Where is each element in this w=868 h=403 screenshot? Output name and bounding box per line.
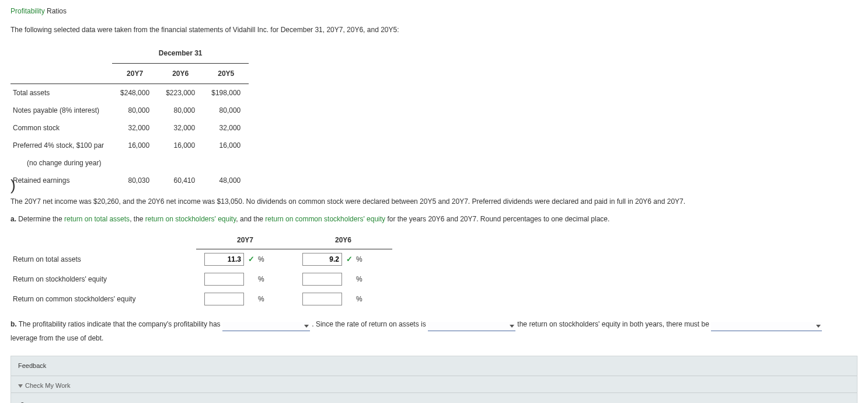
col-y7: 20Y7 <box>112 64 158 84</box>
question-b: b. The profitability ratios indicate tha… <box>11 317 857 345</box>
cell-value: 80,000 <box>112 102 158 119</box>
cell-value <box>158 154 203 172</box>
checkmark-icon: ✓ <box>346 253 353 265</box>
col-y5: 20Y5 <box>203 64 249 84</box>
feedback-header: Feedback <box>11 356 857 376</box>
cell-value: 48,000 <box>203 172 249 189</box>
cell-value: 16,000 <box>203 137 249 154</box>
answer-input[interactable] <box>302 293 342 305</box>
question-a: a. Determine the return on total assets,… <box>11 214 857 224</box>
feedback-panel: Feedback Check My Work a. Divide the sum… <box>11 356 857 403</box>
intro-text: The following selected data were taken f… <box>11 25 857 35</box>
cell-value: $223,000 <box>158 84 203 102</box>
decorative-arc: ) <box>11 178 16 193</box>
select-profitability-trend[interactable] <box>222 322 310 331</box>
answer-cell: % <box>294 269 392 289</box>
answer-row-label: Return on common stockholders' equity <box>11 289 196 309</box>
answer-input[interactable] <box>302 273 342 286</box>
cell-value: 80,000 <box>158 102 203 119</box>
select-rate-comparison[interactable] <box>428 322 515 331</box>
qa-label: a. <box>11 215 16 223</box>
page-title: Profitability Ratios <box>11 6 857 16</box>
table-row: Retained earnings80,03060,41048,000 <box>11 172 249 189</box>
cell-value: 32,000 <box>112 119 158 137</box>
link-return-stockholders-equity[interactable]: return on stockholders' equity <box>145 215 236 223</box>
table-row: Common stock32,00032,00032,000 <box>11 119 249 137</box>
row-label: Retained earnings <box>11 172 112 189</box>
cell-value: 16,000 <box>112 137 158 154</box>
title-word-green: Profitability <box>11 7 45 15</box>
cell-value <box>203 154 249 172</box>
answer-input[interactable] <box>302 253 342 266</box>
cell-value: $248,000 <box>112 84 158 102</box>
table-row: Notes payable (8% interest)80,00080,0008… <box>11 102 249 119</box>
link-return-total-assets[interactable]: return on total assets <box>64 215 130 223</box>
answer-input[interactable] <box>204 273 244 286</box>
cell-value: 80,030 <box>112 172 158 189</box>
cell-value <box>112 154 158 172</box>
table-row: (no change during year) <box>11 154 249 172</box>
answer-cell: % <box>294 289 392 309</box>
chevron-down-icon <box>18 384 23 388</box>
answer-input[interactable] <box>204 253 244 266</box>
link-return-common-stockholders-equity[interactable]: return on common stockholders' equity <box>265 215 385 223</box>
cell-value: 32,000 <box>158 119 203 137</box>
paragraph-income: The 20Y7 net income was $20,260, and the… <box>11 196 857 207</box>
ans-col-y6: 20Y6 <box>294 231 392 249</box>
row-label: (no change during year) <box>11 154 112 172</box>
table-row: Preferred 4% stock, $100 par16,00016,000… <box>11 137 249 154</box>
row-label: Common stock <box>11 119 112 137</box>
answer-cell: % <box>196 269 294 289</box>
feedback-a-label: a. <box>20 399 848 403</box>
table-row: Total assets$248,000$223,000$198,000 <box>11 84 249 102</box>
select-leverage[interactable] <box>711 322 822 331</box>
row-label: Total assets <box>11 84 112 102</box>
percent-label: % <box>356 294 362 304</box>
percent-label: % <box>258 294 264 304</box>
ans-col-y7: 20Y7 <box>196 231 294 249</box>
answer-row: Return on total assets✓%✓% <box>11 249 392 270</box>
percent-label: % <box>356 274 362 284</box>
percent-label: % <box>356 254 362 265</box>
qb-label: b. <box>11 320 17 328</box>
cell-value: 16,000 <box>158 137 203 154</box>
row-label: Notes payable (8% interest) <box>11 102 112 119</box>
percent-label: % <box>258 254 264 265</box>
answer-row: Return on stockholders' equity%% <box>11 269 392 289</box>
cell-value: $198,000 <box>203 84 249 102</box>
title-word-rest: Ratios <box>45 7 67 15</box>
percent-label: % <box>258 274 264 284</box>
answer-input[interactable] <box>204 293 244 305</box>
answer-row-label: Return on total assets <box>11 249 196 270</box>
answer-cell: ✓% <box>294 249 392 270</box>
checkmark-icon: ✓ <box>247 253 255 265</box>
row-label: Preferred 4% stock, $100 par <box>11 137 112 154</box>
table-group-header: December 31 <box>112 43 249 64</box>
cell-value: 60,410 <box>158 172 203 189</box>
answer-cell: ✓% <box>196 249 294 270</box>
answer-row: Return on common stockholders' equity%% <box>11 289 392 309</box>
check-my-work-toggle[interactable]: Check My Work <box>11 376 857 394</box>
answer-cell: % <box>196 289 294 309</box>
cell-value: 80,000 <box>203 102 249 119</box>
cell-value: 32,000 <box>203 119 249 137</box>
col-y6: 20Y6 <box>158 64 203 84</box>
answer-row-label: Return on stockholders' equity <box>11 269 196 289</box>
financial-data-table: December 31 20Y7 20Y6 20Y5 Total assets$… <box>11 43 249 189</box>
answers-table: 20Y7 20Y6 Return on total assets✓%✓%Retu… <box>11 231 392 309</box>
